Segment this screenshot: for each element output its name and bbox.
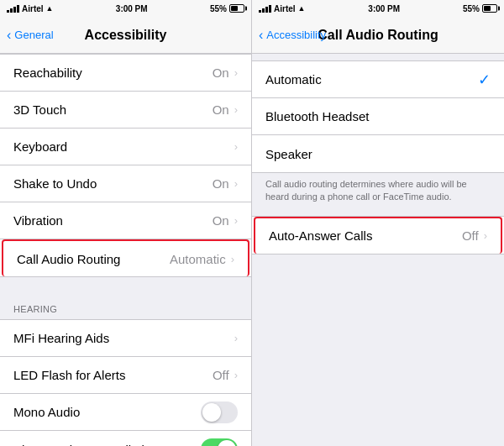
right-content: Automatic ✓ Bluetooth Headset Speaker Ca… <box>252 54 504 446</box>
check-automatic: ✓ <box>478 71 491 89</box>
wifi-icon-right: ▲ <box>298 4 306 13</box>
hearing-section: HEARING MFi Hearing Aids › LED Flash for… <box>0 291 251 446</box>
back-button-left[interactable]: ‹ General <box>7 28 54 43</box>
main-group-left: Reachability On › 3D Touch On › Keyboard… <box>0 54 251 277</box>
nav-title-left: Accessibility <box>85 28 167 43</box>
row-bluetooth[interactable]: Bluetooth Headset <box>252 98 504 135</box>
left-screen: Airtel ▲ 3:00 PM 55% ‹ General Accessibi… <box>0 0 252 446</box>
row-call-audio-routing[interactable]: Call Audio Routing Automatic › <box>2 239 249 276</box>
spacer-hearing <box>0 277 251 291</box>
signal-icon-right <box>259 4 271 13</box>
row-speaker[interactable]: Speaker <box>252 135 504 172</box>
row-shake-undo[interactable]: Shake to Undo On › <box>0 165 251 202</box>
time-right: 3:00 PM <box>368 4 400 13</box>
signal-icon <box>7 4 19 13</box>
chevron-auto-answer: › <box>484 229 487 242</box>
carrier-right: Airtel <box>274 4 296 13</box>
toggle-thumb-noise <box>218 440 236 446</box>
back-chevron-left: ‹ <box>7 28 11 43</box>
toggle-thumb-mono <box>202 403 221 422</box>
row-phone-noise[interactable]: Phone Noise Cancellation <box>0 431 251 446</box>
status-bar-right: Airtel ▲ 3:00 PM 55% <box>252 0 504 17</box>
row-automatic[interactable]: Automatic ✓ <box>252 61 504 98</box>
back-button-right[interactable]: ‹ Accessibility <box>259 28 326 43</box>
left-content: Reachability On › 3D Touch On › Keyboard… <box>0 54 251 446</box>
right-screen: Airtel ▲ 3:00 PM 55% ‹ Accessibility Cal… <box>252 0 504 446</box>
chevron-reachability: › <box>234 66 238 79</box>
chevron-3dtouch: › <box>234 103 238 116</box>
nav-title-right: Call Audio Routing <box>318 28 438 43</box>
row-keyboard[interactable]: Keyboard › <box>0 129 251 165</box>
routing-section: Automatic ✓ Bluetooth Headset Speaker Ca… <box>252 54 504 216</box>
nav-bar-left: ‹ General Accessibility <box>0 17 251 54</box>
status-bar-left: Airtel ▲ 3:00 PM 55% <box>0 0 251 17</box>
row-3dtouch[interactable]: 3D Touch On › <box>0 92 251 129</box>
time-left: 3:00 PM <box>116 4 148 13</box>
carrier-left: Airtel <box>22 4 44 13</box>
spacer-top-right <box>252 54 504 60</box>
battery-pct-left: 55% <box>210 4 227 13</box>
battery-icon-left <box>229 4 244 13</box>
auto-answer-section: Auto-Answer Calls Off › <box>252 216 504 254</box>
chevron-led: › <box>234 369 238 381</box>
row-mfi[interactable]: MFi Hearing Aids › <box>0 320 251 357</box>
row-vibration[interactable]: Vibration On › <box>0 202 251 239</box>
phone-noise-toggle[interactable] <box>201 438 238 446</box>
back-chevron-right: ‹ <box>259 28 263 43</box>
mono-audio-toggle[interactable] <box>201 401 238 423</box>
row-led-flash[interactable]: LED Flash for Alerts Off › <box>0 357 251 394</box>
hearing-group: MFi Hearing Aids › LED Flash for Alerts … <box>0 319 251 446</box>
hearing-header: HEARING <box>0 291 251 319</box>
chevron-vibration: › <box>234 214 238 227</box>
chevron-shake: › <box>234 177 238 190</box>
chevron-call-audio: › <box>231 253 234 265</box>
auto-answer-group: Auto-Answer Calls Off › <box>252 216 504 254</box>
routing-group: Automatic ✓ Bluetooth Headset Speaker <box>252 60 504 173</box>
back-label-right: Accessibility <box>266 29 326 41</box>
battery-icon-right <box>482 4 497 13</box>
chevron-keyboard: › <box>234 140 238 153</box>
row-auto-answer[interactable]: Auto-Answer Calls Off › <box>254 217 502 254</box>
wifi-icon-left: ▲ <box>46 4 54 13</box>
routing-footer: Call audio routing determines where audi… <box>252 173 504 216</box>
row-mono-audio[interactable]: Mono Audio <box>0 394 251 431</box>
row-reachability[interactable]: Reachability On › <box>0 55 251 92</box>
chevron-mfi: › <box>234 332 238 344</box>
main-section-left: Reachability On › 3D Touch On › Keyboard… <box>0 54 251 277</box>
battery-pct-right: 55% <box>463 4 480 13</box>
back-label-left: General <box>14 29 53 41</box>
nav-bar-right: ‹ Accessibility Call Audio Routing <box>252 17 504 54</box>
